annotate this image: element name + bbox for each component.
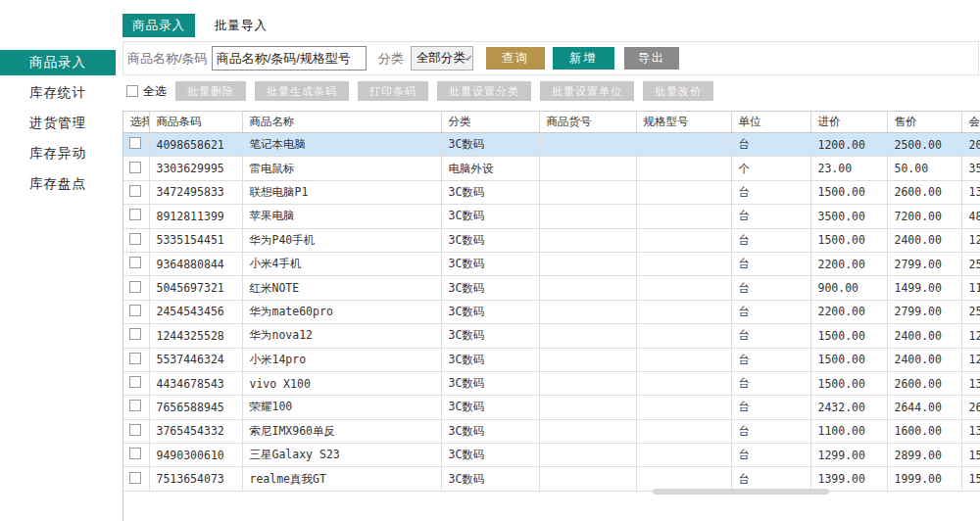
tab[interactable]: 批量导入 — [205, 14, 277, 37]
cell-name: 华为P40手机 — [242, 228, 441, 252]
row-checkbox[interactable] — [129, 281, 141, 293]
table-row[interactable]: 8912811399 苹果电脑 3C数码 台 3500.00 7200.00 4… — [123, 205, 980, 228]
cell-category: 3C数码 — [441, 324, 539, 348]
query-button[interactable]: 查询 — [486, 47, 545, 70]
table-row[interactable]: 1244325528 华为nova12 3C数码 台 1500.00 2400.… — [123, 324, 980, 348]
table-row[interactable]: 4098658621 笔记本电脑 3C数码 台 1200.00 2500.00 … — [123, 133, 980, 157]
cell-unit: 台 — [731, 133, 810, 157]
table-row[interactable]: 3765454332 索尼IMX960单反 3C数码 台 1100.00 160… — [123, 419, 980, 443]
cell-sku — [539, 180, 636, 204]
cell-cost: 1299.00 — [810, 444, 887, 467]
cell-cost: 1200.00 — [810, 133, 887, 157]
row-checkbox[interactable] — [129, 137, 141, 149]
table-row[interactable]: 5045697321 红米NOTE 3C数码 台 900.00 1499.00 … — [123, 276, 980, 300]
row-checkbox[interactable] — [129, 376, 141, 388]
batch-button[interactable]: 批量改价 — [643, 81, 713, 101]
row-checkbox[interactable] — [129, 185, 141, 197]
sidebar-item[interactable]: 库存异动 — [0, 141, 116, 166]
cell-spec — [636, 348, 731, 371]
batch-button[interactable]: 批量删除 — [175, 81, 246, 101]
add-button[interactable]: 新增 — [553, 47, 614, 70]
cell-spec — [636, 276, 731, 300]
sidebar-item[interactable]: 进货管理 — [0, 111, 116, 136]
table-row[interactable]: 5537446324 小米14pro 3C数码 台 1500.00 2400.0… — [123, 348, 980, 371]
cell-category: 3C数码 — [441, 276, 539, 300]
cell-cost: 1100.00 — [810, 419, 887, 443]
row-checkbox[interactable] — [129, 472, 141, 484]
table-row[interactable]: 5335154451 华为P40手机 3C数码 台 1500.00 2400.0… — [123, 228, 980, 252]
row-checkbox[interactable] — [129, 209, 141, 220]
table-header-cell: 单位 — [731, 112, 810, 133]
cell-sku — [539, 371, 636, 395]
table-header-cell: 规格型号 — [636, 112, 731, 133]
category-label: 分类 — [378, 50, 404, 68]
cell-category: 3C数码 — [441, 467, 539, 491]
row-checkbox[interactable] — [129, 328, 141, 340]
cell-member: 25 — [961, 252, 980, 275]
cell-category: 3C数码 — [441, 300, 539, 323]
cell-barcode: 1244325528 — [149, 324, 242, 348]
table-row[interactable]: 4434678543 vivo X100 3C数码 台 1500.00 2600… — [123, 371, 980, 395]
cell-name: 华为nova12 — [242, 324, 441, 348]
batch-button[interactable]: 批量生成条码 — [255, 81, 349, 101]
tab[interactable]: 商品录入 — [122, 14, 195, 37]
select-all-label: 全选 — [143, 83, 167, 100]
cell-spec — [636, 205, 731, 228]
cell-category: 3C数码 — [441, 396, 539, 419]
cell-cost: 2432.00 — [810, 396, 887, 419]
cell-category: 3C数码 — [441, 348, 539, 371]
cell-member: 12 — [961, 324, 980, 348]
row-checkbox[interactable] — [129, 353, 141, 364]
row-checkbox[interactable] — [129, 233, 141, 245]
row-checkbox[interactable] — [129, 448, 141, 459]
batch-buttons: 批量删除 批量生成条码 打印条码 批量设置分类 批量设置单位 批量改价 — [167, 81, 713, 101]
table-row[interactable]: 9490300610 三星Galaxy S23 3C数码 台 1299.00 2… — [123, 444, 980, 467]
table-row[interactable]: 7513654073 realme真我GT 3C数码 台 1399.00 199… — [123, 467, 980, 491]
table-row[interactable]: 7656588945 荣耀100 3C数码 台 2432.00 2644.00 … — [123, 396, 980, 419]
cell-sku — [539, 133, 636, 157]
cell-cost: 2200.00 — [810, 300, 887, 323]
export-button[interactable]: 导出 — [624, 47, 679, 70]
row-checkbox[interactable] — [129, 305, 141, 316]
cell-price: 2400.00 — [887, 228, 961, 252]
cell-barcode: 9490300610 — [149, 444, 242, 467]
row-checkbox[interactable] — [129, 400, 141, 411]
cell-price: 50.00 — [887, 157, 961, 180]
cell-price: 2644.00 — [887, 396, 961, 419]
product-search-label: 商品名称/条码 — [127, 50, 208, 68]
cell-barcode: 5537446324 — [149, 348, 242, 371]
sidebar-item[interactable]: 库存统计 — [0, 80, 116, 106]
sidebar-item[interactable]: 商品录入 — [0, 50, 116, 75]
cell-member: 48 — [961, 205, 980, 228]
table-row[interactable]: 9364880844 小米4手机 3C数码 台 2200.00 2799.00 … — [123, 252, 980, 275]
horizontal-scrollbar-thumb[interactable] — [653, 489, 829, 495]
batch-button[interactable]: 打印条码 — [358, 81, 428, 101]
sidebar-item[interactable]: 库存盘点 — [0, 171, 116, 197]
table-row[interactable]: 3472495833 联想电脑P1 3C数码 台 1500.00 2600.00… — [123, 180, 980, 204]
cell-barcode: 2454543456 — [149, 300, 242, 323]
table-header-cell: 进价 — [810, 112, 887, 133]
cell-name: 笔记本电脑 — [242, 133, 441, 157]
tab-bar: 商品录入 批量导入 — [122, 14, 277, 37]
table-header-cell: 商品货号 — [539, 112, 636, 133]
cell-member: 20 — [961, 133, 980, 157]
cell-spec — [636, 444, 731, 467]
row-checkbox[interactable] — [129, 424, 141, 436]
table-row[interactable]: 3303629995 雷电鼠标 电脑外设 个 23.00 50.00 35 — [123, 157, 980, 180]
cell-sku — [539, 157, 636, 180]
cell-sku — [539, 252, 636, 275]
cell-name: 索尼IMX960单反 — [242, 419, 441, 443]
cell-spec — [636, 396, 731, 419]
main-content: 商品录入 批量导入 商品名称/条码 分类 全部分类 查询 新增 导出 全选 批量… — [122, 0, 980, 521]
batch-button[interactable]: 批量设置单位 — [540, 81, 634, 101]
product-search-input[interactable] — [212, 46, 367, 71]
category-select[interactable]: 全部分类 — [411, 46, 473, 71]
row-checkbox[interactable] — [129, 257, 141, 268]
cell-category: 电脑外设 — [441, 157, 539, 180]
row-checkbox[interactable] — [129, 162, 141, 173]
batch-button[interactable]: 批量设置分类 — [437, 81, 531, 101]
cell-spec — [636, 133, 731, 157]
select-all-checkbox[interactable] — [126, 85, 138, 97]
table-row[interactable]: 2454543456 华为mate60pro 3C数码 台 2200.00 27… — [123, 300, 980, 323]
cell-name: 红米NOTE — [242, 276, 441, 300]
